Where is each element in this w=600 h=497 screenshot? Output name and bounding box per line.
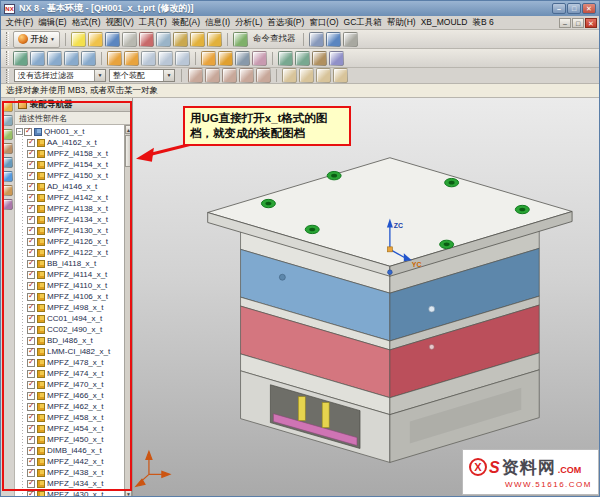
zoom-icon[interactable] (47, 51, 62, 66)
component-checkbox[interactable]: ✓ (27, 238, 35, 246)
assembly-tree-row[interactable]: ✓ MPFZ_i478_x_t (15, 357, 132, 368)
intersection-point-icon[interactable] (256, 68, 271, 83)
scrollbar-thumb[interactable] (125, 135, 132, 167)
menu-item[interactable]: 窗口(O) (307, 17, 341, 29)
wave-geometry-icon[interactable] (312, 51, 327, 66)
assembly-tree-row[interactable]: ✓ MPFZ_i4130_x_t (15, 225, 132, 236)
cooling-hole[interactable] (429, 306, 435, 312)
cut-icon[interactable] (139, 32, 154, 47)
component-checkbox[interactable]: ✓ (24, 128, 32, 136)
component-checkbox[interactable]: ✓ (27, 282, 35, 290)
document-close-button[interactable]: ✕ (585, 18, 597, 28)
collapse-expander-icon[interactable]: − (16, 128, 23, 135)
scroll-down-icon[interactable]: ▼ (125, 489, 132, 497)
assembly-tree-row[interactable]: ✓ MPFZ_i434_x_t (15, 478, 132, 489)
command-finder-icon[interactable] (233, 32, 248, 47)
component-checkbox[interactable]: ✓ (27, 458, 35, 466)
menu-item[interactable]: GC工具箱 (341, 17, 384, 29)
toolbar-grip[interactable] (6, 51, 9, 65)
constraint-navigator-icon[interactable] (2, 115, 13, 126)
paste-icon[interactable] (173, 32, 188, 47)
wireframe-icon[interactable] (235, 51, 250, 66)
menu-item[interactable]: 装B 6 (470, 17, 496, 29)
assembly-tree-row[interactable]: ✓ AD_i4146_x_t (15, 181, 132, 192)
menu-item[interactable]: 首选项(P) (265, 17, 307, 29)
menu-item[interactable]: 帮助(H) (384, 17, 418, 29)
component-checkbox[interactable]: ✓ (27, 304, 35, 312)
roles-icon[interactable] (2, 199, 13, 210)
mold-assembly-model[interactable]: ZC YC (133, 98, 599, 496)
menu-item[interactable]: 装配(A) (169, 17, 202, 29)
copy-icon[interactable] (156, 32, 171, 47)
menu-item[interactable]: 工具(T) (136, 17, 169, 29)
navigator-scrollbar[interactable]: ▲ ▼ (124, 125, 132, 497)
component-checkbox[interactable]: ✓ (27, 271, 35, 279)
component-checkbox[interactable]: ✓ (27, 249, 35, 257)
chevron-down-icon[interactable]: ▼ (94, 70, 105, 81)
component-checkbox[interactable]: ✓ (27, 414, 35, 422)
mid-point-icon[interactable] (222, 68, 237, 83)
assembly-tree-row[interactable]: ✓ BB_i4118_x_t (15, 258, 132, 269)
component-checkbox[interactable]: ✓ (27, 293, 35, 301)
component-checkbox[interactable]: ✓ (27, 436, 35, 444)
component-checkbox[interactable]: ✓ (27, 161, 35, 169)
document-restore-button[interactable]: □ (572, 18, 584, 28)
assembly-tree-row[interactable]: ✓ MPFZ_i4114_x_t (15, 269, 132, 280)
assembly-navigator-icon[interactable] (2, 101, 13, 112)
component-checkbox[interactable]: ✓ (27, 183, 35, 191)
assembly-tree-row[interactable]: ✓ BD_i486_x_t (15, 335, 132, 346)
assembly-tree-row[interactable]: ✓ MPFZ_i450_x_t (15, 434, 132, 445)
menu-item[interactable]: XB_MOULD (418, 17, 470, 29)
isometric-view-icon[interactable] (124, 51, 139, 66)
fit-view-icon[interactable] (30, 51, 45, 66)
ejector-pin[interactable] (298, 397, 305, 421)
component-checkbox[interactable]: ✓ (27, 425, 35, 433)
document-minimize-button[interactable]: – (559, 18, 571, 28)
primitive-cylinder-icon[interactable] (299, 68, 314, 83)
component-checkbox[interactable]: ✓ (27, 172, 35, 180)
menu-item[interactable]: 编辑(E) (36, 17, 69, 29)
component-checkbox[interactable]: ✓ (27, 150, 35, 158)
component-checkbox[interactable]: ✓ (27, 491, 35, 497)
right-view-icon[interactable] (175, 51, 190, 66)
save-icon[interactable] (105, 32, 120, 47)
trimetric-view-icon[interactable] (107, 51, 122, 66)
part-navigator-icon[interactable] (2, 129, 13, 140)
assembly-tree-row[interactable]: ✓ MPFZ_i430_x_t (15, 489, 132, 497)
component-checkbox[interactable]: ✓ (27, 403, 35, 411)
history-palette-icon[interactable] (2, 185, 13, 196)
assembly-tree-row[interactable]: ✓ MPFZ_i4106_x_t (15, 291, 132, 302)
new-file-icon[interactable] (71, 32, 86, 47)
assembly-tree-row[interactable]: ✓ MPFZ_i470_x_t (15, 379, 132, 390)
assembly-tree-row[interactable]: ✓ MPFZ_i4138_x_t (15, 203, 132, 214)
reuse-library-icon[interactable] (2, 143, 13, 154)
assembly-tree-row[interactable]: ✓ MPFZ_i4154_x_t (15, 159, 132, 170)
primitive-sphere-icon[interactable] (333, 68, 348, 83)
assembly-tree-row[interactable]: ✓ MPFZ_i4126_x_t (15, 236, 132, 247)
scroll-up-icon[interactable]: ▲ (125, 125, 132, 134)
assembly-tree-row[interactable]: ✓ MPFZ_i4150_x_t (15, 170, 132, 181)
help-icon[interactable] (326, 32, 341, 47)
toolbar-grip[interactable] (6, 69, 9, 83)
menu-item[interactable]: 格式(R) (69, 17, 103, 29)
assembly-tree-row[interactable]: ✓ MPFZ_i498_x_t (15, 302, 132, 313)
assembly-tree-row[interactable]: ✓ MPFZ_i4142_x_t (15, 192, 132, 203)
component-checkbox[interactable]: ✓ (27, 392, 35, 400)
assembly-tree-row[interactable]: ✓ MPFZ_i474_x_t (15, 368, 132, 379)
component-checkbox[interactable]: ✓ (27, 480, 35, 488)
selection-filter-dropdown[interactable]: 没有选择过滤器 ▼ (14, 69, 106, 82)
component-checkbox[interactable]: ✓ (27, 359, 35, 367)
web-browser-icon[interactable] (2, 171, 13, 182)
component-checkbox[interactable]: ✓ (27, 326, 35, 334)
maximize-button[interactable]: □ (567, 3, 581, 14)
navigator-header[interactable]: 装配导航器 (15, 98, 132, 112)
assembly-tree-row[interactable]: ✓ CC01_i494_x_t (15, 313, 132, 324)
component-checkbox[interactable]: ✓ (27, 205, 35, 213)
assembly-tree-row[interactable]: ✓ MPFZ_i458_x_t (15, 412, 132, 423)
hd3d-tools-icon[interactable] (2, 157, 13, 168)
assembly-tree-row[interactable]: ✓ CC02_i490_x_t (15, 324, 132, 335)
assembly-tree-row[interactable]: ✓ MPFZ_i4122_x_t (15, 247, 132, 258)
assembly-tree-row[interactable]: ✓ LMM-CI_i482_x_t (15, 346, 132, 357)
center-point-icon[interactable] (239, 68, 254, 83)
menu-item[interactable]: 视图(V) (103, 17, 136, 29)
